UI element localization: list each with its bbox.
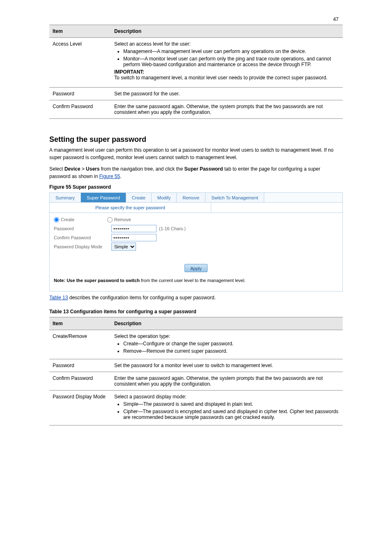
table-row: Password Set the password for the user. [49,88,343,100]
tab-modify[interactable]: Modify [152,193,177,202]
table2-header-desc: Description [111,317,343,330]
tab-switch-to-management[interactable]: Switch To Management [205,193,264,202]
important-heading: IMPORTANT: [114,69,339,75]
section-heading: Setting the super password [49,135,343,144]
table2-header-item: Item [49,317,111,330]
table1-header-item: Item [49,25,111,38]
table-super-password-items: Item Description Create/Remove Select th… [49,317,343,426]
cell-intro: Select a password display mode: [114,394,339,400]
label-display-mode: Password Display Mode [54,244,111,249]
cell-desc: Set the password for the user. [111,88,343,100]
table2-intro: Table 13 describes the configuration ite… [49,294,343,301]
cell-item: Confirm Password [49,372,111,391]
table1-header-desc: Description [111,25,343,38]
password-input[interactable] [111,225,157,232]
access-level-intro: Select an access level for the user: [114,41,339,47]
bullet: Remove—Remove the current super password… [123,348,339,354]
cell-desc: Enter the same password again. Otherwise… [111,100,343,119]
cell-desc: Enter the same password again. Otherwise… [111,372,343,391]
bullet: Cipher—The password is encrypted and sav… [123,409,339,420]
panel-title: Please specify the super password [50,203,211,213]
cell-desc: Select an access level for the user: Man… [111,38,343,88]
table-row: Confirm Password Enter the same password… [49,372,343,391]
screenshot-note: Note: Use the super password to switch f… [50,275,342,286]
important-text: To switch to management level, a monitor… [114,75,339,81]
cell-desc: Select a password display mode: Simple—T… [111,391,343,426]
table-access-level: Item Description Access Level Select an … [49,25,343,119]
confirm-password-input[interactable] [111,234,157,241]
cell-item: Password [49,359,111,372]
table-row: Create/Remove Select the operation type:… [49,330,343,359]
table-link[interactable]: Table 13 [49,295,68,301]
screenshot-super-password: Summary Super Password Create Modify Rem… [49,192,343,291]
bullet: Management—A management level user can p… [123,49,339,54]
radio-create-label: Create [61,217,74,222]
cell-item: Access Level [49,38,111,88]
tab-super-password[interactable]: Super Password [81,193,126,202]
table-row: Password Set the password for a monitor … [49,359,343,372]
table-row: Password Display Mode Select a password … [49,391,343,426]
section-paragraph-2: Select Device > Users from the navigatio… [49,165,343,180]
cell-item: Password [49,88,111,100]
cell-item: Create/Remove [49,330,111,359]
radio-create-input[interactable] [54,217,59,222]
cell-item: Password Display Mode [49,391,111,426]
apply-button[interactable]: Apply [184,264,208,272]
radio-remove-input[interactable] [107,217,113,222]
label-password: Password [54,226,111,231]
tab-remove[interactable]: Remove [177,193,205,202]
cell-item: Confirm Password [49,100,111,119]
label-confirm-password: Confirm Password [54,235,111,240]
tab-create[interactable]: Create [126,193,152,202]
cell-intro: Select the operation type: [114,333,339,339]
table-row: Confirm Password Enter the same password… [49,100,343,119]
display-mode-select[interactable]: Simple [111,243,136,251]
password-hint: (1-16 Chars.) [159,226,186,231]
radio-create[interactable]: Create [54,217,74,222]
bullet: Simple—The password is saved and display… [123,401,339,407]
bullet: Create—Configure or change the super pas… [123,341,339,347]
cell-desc: Set the password for a monitor level use… [111,359,343,372]
page: 47 Item Description Access Level Select … [0,0,392,463]
page-number: 47 [333,16,339,22]
radio-remove-label: Remove [114,217,131,222]
section-paragraph-1: A management level user can perform this… [49,146,343,161]
tab-summary[interactable]: Summary [50,193,81,202]
bullet: Monitor—A monitor level user can perform… [123,56,339,67]
radio-remove[interactable]: Remove [107,217,131,222]
table-row: Access Level Select an access level for … [49,38,343,88]
tab-bar: Summary Super Password Create Modify Rem… [50,193,342,203]
figure-label: Figure 55 Super password [49,184,343,190]
figure-link[interactable]: Figure 55 [99,173,120,179]
cell-desc: Select the operation type: Create—Config… [111,330,343,359]
table2-label: Table 13 Configuration items for configu… [49,309,343,314]
